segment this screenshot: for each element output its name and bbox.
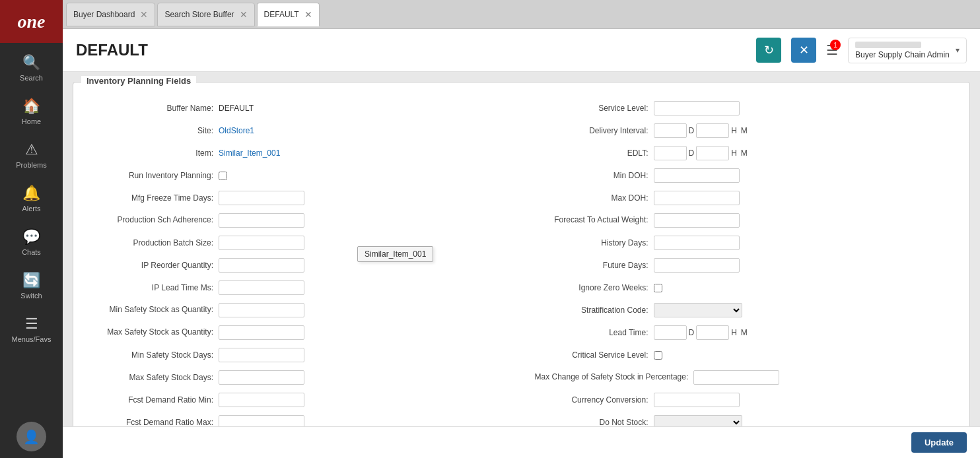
tab-buyer-dashboard-label: Buyer Dashboard [73, 10, 135, 19]
tab-default[interactable]: DEFAULT ✕ [257, 3, 320, 26]
max-safety-qty-input[interactable] [219, 325, 304, 340]
tab-default-close[interactable]: ✕ [304, 10, 312, 19]
mfg-freeze-input[interactable] [219, 191, 304, 205]
min-safety-days-label: Min Safety Stock Days: [100, 350, 219, 360]
tab-search-store-buffer-label: Search Store Buffer [164, 10, 234, 19]
delivery-interval-d-input[interactable] [654, 123, 687, 138]
lead-time-h-input[interactable] [696, 325, 729, 340]
fcst-ratio-max-row: Fcst Demand Ratio Max: [100, 413, 508, 426]
production-sch-input[interactable] [219, 213, 304, 228]
min-safety-qty-input[interactable] [219, 303, 304, 317]
do-not-stock-label: Do Not Stock: [535, 418, 654, 426]
tab-bar: Buyer Dashboard ✕ Search Store Buffer ✕ … [63, 0, 980, 29]
sidebar-item-switch-label: Switch [20, 292, 42, 300]
user-role: Buyer Supply Chain Admin [855, 50, 950, 59]
ip-reorder-row: IP Reorder Quantity: [100, 256, 508, 275]
max-doh-input[interactable] [654, 191, 740, 205]
tab-buyer-dashboard[interactable]: Buyer Dashboard ✕ [66, 3, 155, 26]
avatar-icon: 👤 [23, 429, 40, 445]
max-safety-days-label: Max Safety Stock Days: [100, 373, 219, 382]
max-change-safety-label: Max Change of Safety Stock in Percentage… [535, 372, 694, 383]
ignore-zero-checkbox[interactable] [654, 284, 662, 292]
delivery-m-label: M [741, 126, 748, 135]
logo-text: one [18, 11, 46, 32]
item-value[interactable]: Similar_Item_001 [219, 148, 280, 158]
close-button[interactable]: ✕ [791, 38, 816, 63]
edlt-d-input[interactable] [654, 146, 687, 160]
currency-conversion-row: Currency Conversion: [535, 391, 944, 409]
production-sch-label: Production Sch Adherence: [100, 215, 219, 226]
min-doh-label: Min DOH: [535, 171, 654, 180]
sidebar-item-problems[interactable]: ⚠ Problems [0, 133, 63, 177]
sidebar-item-alerts[interactable]: 🔔 Alerts [0, 177, 63, 220]
sidebar-item-search[interactable]: 🔍 Search [0, 46, 63, 90]
forecast-to-actual-row: Forecast To Actual Weight: [535, 211, 944, 230]
sidebar-item-menus[interactable]: ☰ Menus/Favs [0, 308, 63, 351]
item-tooltip: Similar_Item_001 [357, 246, 433, 262]
refresh-button[interactable]: ↻ [756, 38, 781, 63]
lead-time-row: Lead Time: D H M [535, 323, 944, 342]
max-safety-days-row: Max Safety Stock Days: [100, 368, 508, 387]
ip-reorder-label: IP Reorder Quantity: [100, 261, 219, 270]
min-safety-qty-row: Min Safety Stock as Quantity: [100, 301, 508, 319]
service-level-label: Service Level: [535, 104, 654, 113]
user-dropdown[interactable]: Buyer Supply Chain Admin ▾ [848, 38, 967, 63]
delivery-interval-h-input[interactable] [696, 123, 729, 138]
fcst-ratio-min-label: Fcst Demand Ratio Min: [100, 395, 219, 405]
lead-time-m-label: M [741, 328, 748, 337]
run-inventory-label: Run Inventory Planning: [100, 171, 219, 180]
tab-search-store-buffer-close[interactable]: ✕ [240, 10, 248, 19]
run-inventory-checkbox[interactable] [219, 172, 227, 180]
app-logo[interactable]: one [0, 0, 63, 43]
min-safety-days-row: Min Safety Stock Days: [100, 346, 508, 364]
forecast-to-actual-input[interactable] [654, 213, 740, 228]
sidebar-item-switch[interactable]: 🔄 Switch [0, 264, 63, 308]
future-days-row: Future Days: [535, 256, 944, 275]
history-days-input[interactable] [654, 236, 740, 250]
sidebar-item-home[interactable]: 🏠 Home [0, 90, 63, 133]
ip-lead-time-input[interactable] [219, 280, 304, 295]
production-batch-input[interactable] [219, 236, 304, 250]
notification-button[interactable]: ☰ 1 [826, 42, 838, 58]
sidebar-item-home-label: Home [22, 117, 41, 125]
lead-time-d-label: D [689, 328, 695, 337]
header: DEFAULT ↻ ✕ ☰ 1 Buyer Supply Chain Admin… [63, 29, 980, 72]
do-not-stock-select[interactable] [654, 415, 742, 426]
max-change-safety-input[interactable] [693, 370, 779, 385]
avatar[interactable]: 👤 [17, 422, 46, 451]
form-left-col: Buffer Name: DEFAULT Site: OldStore1 Ite… [87, 99, 522, 426]
edlt-h-label: H [731, 148, 737, 158]
history-days-label: History Days: [535, 238, 654, 247]
min-doh-input[interactable] [654, 168, 740, 183]
critical-service-checkbox[interactable] [654, 351, 662, 360]
tab-buyer-dashboard-close[interactable]: ✕ [140, 10, 148, 19]
max-safety-days-input[interactable] [219, 370, 304, 385]
update-button[interactable]: Update [911, 432, 967, 453]
max-safety-qty-label: Max Safety Stock as Quantity: [100, 327, 219, 338]
do-not-stock-row: Do Not Stock: [535, 413, 944, 426]
sidebar-item-search-label: Search [20, 74, 43, 82]
site-row: Site: OldStore1 [100, 121, 508, 140]
sidebar-item-chats-label: Chats [22, 248, 41, 256]
service-level-input[interactable] [654, 101, 740, 115]
menu-icon: ☰ [25, 315, 38, 333]
close-icon: ✕ [799, 43, 809, 57]
stratification-label: Stratification Code: [535, 306, 654, 315]
currency-conversion-input[interactable] [654, 393, 740, 407]
ignore-zero-label: Ignore Zero Weeks: [535, 283, 654, 292]
future-days-input[interactable] [654, 258, 740, 273]
form-grid: Buffer Name: DEFAULT Site: OldStore1 Ite… [87, 99, 956, 426]
site-value[interactable]: OldStore1 [219, 126, 254, 135]
ip-reorder-input[interactable] [219, 258, 304, 273]
min-safety-days-input[interactable] [219, 348, 304, 362]
edlt-h-input[interactable] [696, 146, 729, 160]
item-row: Item: Similar_Item_001 [100, 144, 508, 162]
stratification-select[interactable] [654, 303, 742, 317]
fcst-ratio-min-input[interactable] [219, 393, 304, 407]
sidebar-item-chats[interactable]: 💬 Chats [0, 220, 63, 264]
site-label: Site: [100, 126, 219, 135]
ip-lead-time-label: IP Lead Time Ms: [100, 283, 219, 292]
fcst-ratio-max-input[interactable] [219, 415, 304, 426]
tab-search-store-buffer[interactable]: Search Store Buffer ✕ [157, 3, 254, 26]
lead-time-d-input[interactable] [654, 325, 687, 340]
